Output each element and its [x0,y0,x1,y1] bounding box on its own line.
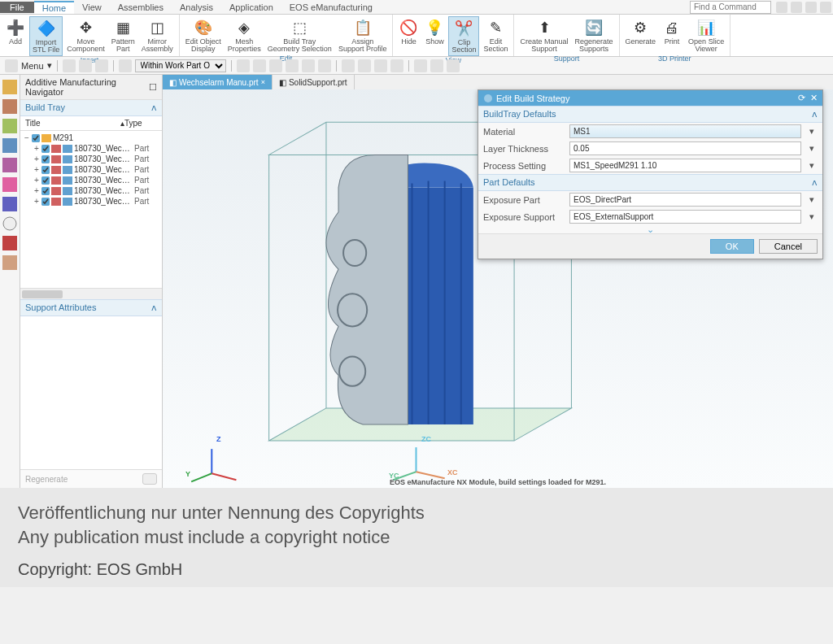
hd3d-icon[interactable] [2,177,17,192]
support-attributes-section[interactable]: Support Attributesʌ [20,299,162,316]
clip-section-button[interactable]: ✂️Clip Section [448,16,479,56]
process-dropdown-icon[interactable]: ▾ [806,160,818,171]
sec2-collapse-icon[interactable]: ʌ [812,177,818,188]
tree-root[interactable]: −M291 [22,133,160,143]
col-title[interactable]: Title [25,119,120,128]
hide-button[interactable]: 🚫Hide [396,16,421,56]
exposure-support-field[interactable]: EOS_ExternalSupport [569,210,801,224]
doc-tab-a[interactable]: ◧Wechselarm Manu.prt× [163,75,273,89]
tree-item[interactable]: +180730_Wechlslerarm…Part [22,164,160,175]
tab-view[interactable]: View [74,2,110,13]
add-button[interactable]: ➕Add [3,16,28,56]
regenerate-icon[interactable] [142,473,157,485]
qt-btn-12[interactable] [358,59,371,72]
tab-analysis[interactable]: Analysis [172,2,221,13]
tree-item[interactable]: +180730_Wechlslerarm…Part [22,185,160,196]
window-state-icon[interactable] [791,2,802,13]
tree-item[interactable]: +180730_Wechlslerarm…Part [22,143,160,154]
qt-btn-3[interactable] [95,59,108,72]
chevron-down-icon[interactable]: ▾ [47,60,52,71]
dialog-more-icon[interactable]: ⌄ [478,225,822,233]
edit-section-button[interactable]: ✎Edit Section [481,16,510,56]
constraint-icon[interactable] [2,119,17,133]
material-dropdown-icon[interactable]: ▾ [806,126,818,137]
ok-button[interactable]: OK [710,239,754,254]
mirror-assembly-button[interactable]: ◫Mirror Assembly [139,16,176,56]
roles-icon[interactable] [2,255,17,270]
build-tray-section[interactable]: Build Tray [25,102,65,113]
qt-btn-8[interactable] [286,59,299,72]
cancel-button[interactable]: Cancel [759,239,818,254]
qt-btn-17[interactable] [447,59,460,72]
assign-support-profile-button[interactable]: 📋Assign Support Profile [336,16,390,54]
tab-home[interactable]: Home [34,1,74,14]
search-input[interactable] [690,1,771,14]
layer-dropdown-icon[interactable]: ▾ [806,143,818,154]
sec1-collapse-icon[interactable]: ʌ [812,109,818,120]
part-nav-icon[interactable] [2,138,17,153]
pattern-part-button[interactable]: ▦Pattern Part [109,16,137,56]
scope-select[interactable]: Within Work Part O [135,59,226,72]
qt-btn-6[interactable] [253,59,266,72]
item-checkbox[interactable] [41,198,50,206]
col-type[interactable]: Type [124,119,157,128]
generate-button[interactable]: ⚙Generate [623,16,659,54]
process-icon[interactable] [2,236,17,250]
item-checkbox[interactable] [41,155,50,163]
tab-assemblies[interactable]: Assemblies [110,2,172,13]
tree[interactable]: −M291 +180730_Wechlslerarm…Part+180730_W… [20,131,162,288]
buildtray-defaults-section[interactable]: BuildTray Defaults [483,109,556,120]
print-button[interactable]: 🖨Print [660,16,684,54]
dialog-reset-icon[interactable]: ⟳ [798,93,805,103]
doc-tab-a-close[interactable]: × [261,78,265,86]
qt-btn-5[interactable] [237,59,250,72]
navigator-icon[interactable] [2,80,17,94]
tree-scrollbar[interactable] [20,288,162,299]
qt-btn-7[interactable] [269,59,282,72]
process-setting-field[interactable]: MS1_SpeedM291 1.10 [569,159,801,172]
close-icon[interactable] [820,2,831,13]
qt-btn-4[interactable] [119,59,132,72]
root-checkbox[interactable] [32,134,40,142]
regenerate-button[interactable]: Regenerate [25,475,68,484]
dialog-close-icon[interactable]: ✕ [810,93,818,103]
move-component-button[interactable]: ✥Move Component [64,16,107,56]
tree-item[interactable]: +180730_Wechlslerarm…Part [22,154,160,164]
history-icon[interactable] [2,216,17,231]
create-manual-support-button[interactable]: ⬆Create Manual Support [517,16,570,54]
doc-tab-b[interactable]: ◧SolidSupport.prt [273,75,355,89]
material-field[interactable]: MS1 [569,124,801,138]
build-tray-geometry-button[interactable]: ⬚Build Tray Geometry Selection [265,16,334,54]
qt-btn-2[interactable] [79,59,92,72]
show-button[interactable]: 💡Show [422,16,447,56]
qt-btn-10[interactable] [318,59,331,72]
item-checkbox[interactable] [41,145,50,153]
panel-close-icon[interactable]: ☐ [149,82,157,93]
assembly-nav-icon[interactable] [2,99,17,114]
reuse-icon[interactable] [2,158,17,172]
item-checkbox[interactable] [41,166,50,174]
qt-btn-9[interactable] [302,59,315,72]
exposure-part-field[interactable]: EOS_DirectPart [569,193,801,207]
tab-application[interactable]: Application [221,2,281,13]
viewport[interactable]: ◧Wechselarm Manu.prt× ◧SolidSupport.prt [163,75,833,488]
mesh-properties-button[interactable]: ◈Mesh Properties [225,16,264,54]
help-icon[interactable] [776,2,787,13]
qt-btn-15[interactable] [414,59,427,72]
exppart-dropdown-icon[interactable]: ▾ [806,194,818,205]
menu-icon[interactable] [5,59,18,72]
qt-btn-14[interactable] [390,59,403,72]
menu-label[interactable]: Menu [21,61,44,71]
import-stl-button[interactable]: 🔷Import STL File [29,16,63,56]
open-slice-viewer-button[interactable]: 📊Open Slice Viewer [686,16,726,54]
qt-btn-1[interactable] [63,59,76,72]
tree-item[interactable]: +180730_Wechlslerarm…Part [22,175,160,185]
qt-btn-13[interactable] [374,59,387,72]
tree-item[interactable]: +180730_Wechlslerarm…Part [22,196,160,207]
layer-thickness-field[interactable]: 0.05 [569,141,801,155]
expsup-dropdown-icon[interactable]: ▾ [806,211,818,222]
browser-icon[interactable] [2,197,17,211]
part-defaults-section[interactable]: Part Defaults [483,177,535,188]
item-checkbox[interactable] [41,176,50,185]
regenerate-supports-button[interactable]: 🔄Regenerate Supports [573,16,616,54]
